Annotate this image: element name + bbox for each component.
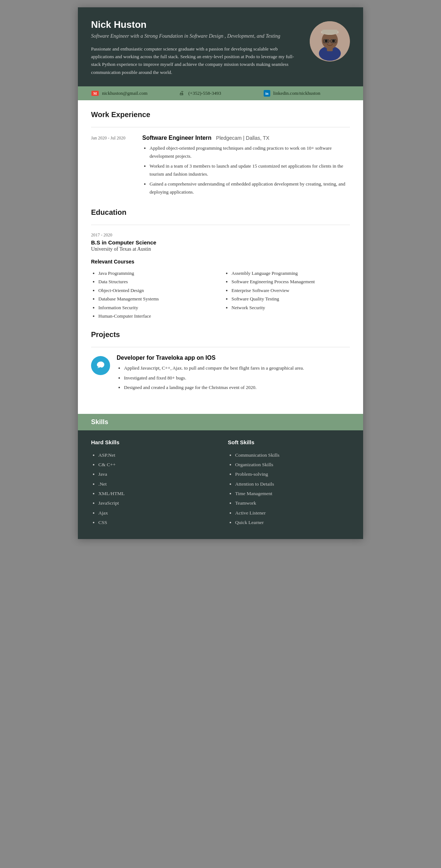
education-section: Education 2017 - 2020 B.S in Computer Sc… [91,208,350,320]
course-item: Data Structures [98,277,217,286]
project-bullet: Investigated and fixed 80+ bugs. [124,374,350,382]
course-item: Human-Computer Interface [98,312,217,320]
exp-bullets-list: Applied object-oriented programming tech… [142,144,350,196]
education-title: Education [91,208,350,218]
skill-item: Ajax [98,508,213,518]
avatar [310,21,350,61]
skill-item: CSS [98,518,213,527]
exp-date: Jan 2020 - Jul 2020 [91,135,135,198]
skill-item: Attention to Details [235,479,350,489]
exp-company: Pledgecam | Dallas, TX [216,135,270,141]
course-item: Software Engineering Process Management [231,277,350,286]
linkedin-icon: in [264,90,270,97]
exp-bullet: Applied object-oriented programming tech… [150,144,350,160]
svg-rect-5 [322,30,338,34]
contact-linkedin: in linkedin.com/nickhuston [264,90,350,97]
skill-item: Organization Skills [235,460,350,469]
skills-header: Skills [78,414,363,430]
projects-section: Projects Developer for Traveloka app on … [91,330,350,393]
hard-skills-col: Hard Skills ASP.Net C& C++ Java .Net XML… [91,439,213,528]
avatar-image [310,21,350,61]
project-bullet: Applied Javascript, C++, Ajax. to pull a… [124,364,350,372]
contact-phone: 🖨 (+352)-558-3493 [177,90,264,96]
work-experience-section: Work Experience Jan 2020 - Jul 2020 Soft… [91,111,350,198]
candidate-name: Nick Huston [91,19,301,30]
skill-item: ASP.Net [98,450,213,460]
skill-item: Time Management [235,489,350,498]
candidate-title: Software Engineer with a Strong Foundati… [91,33,301,40]
skill-item: Communication Skills [235,450,350,460]
main-content: Work Experience Jan 2020 - Jul 2020 Soft… [78,100,363,414]
skill-item: Quick Learner [235,518,350,527]
header-text: Nick Huston Software Engineer with a Str… [91,19,301,76]
svg-point-10 [332,40,335,42]
divider [91,225,350,225]
candidate-summary: Passionate and enthusiastic computer sci… [91,45,301,76]
course-item: Database Management Systems [98,295,217,303]
course-item: Information Security [98,303,217,312]
exp-details: Software Engineer Intern Pledgecam | Dal… [142,135,350,198]
edu-date: 2017 - 2020 [91,232,350,238]
course-item: Enterprise Software Overview [231,286,350,295]
project-bullet: Designed and created a landing page for … [124,384,350,391]
header-section: Nick Huston Software Engineer with a Str… [78,7,363,86]
projects-title: Projects [91,330,350,340]
exp-role: Software Engineer Intern Pledgecam | Dal… [142,135,350,141]
contact-email: nickhuston@gmail.com [91,90,177,96]
experience-row: Jan 2020 - Jul 2020 Software Engineer In… [91,135,350,198]
edu-degree: B.S in Computer Science [91,239,350,246]
courses-right: Assembly Language Programming Software E… [224,269,350,320]
skill-item: C& C++ [98,460,213,469]
skill-item: Teamwork [235,498,350,508]
email-icon [91,90,99,96]
linkedin-text: linkedin.com/nickhuston [273,90,320,96]
divider [91,127,350,127]
course-item: Java Programming [98,269,217,277]
resume-container: Nick Huston Software Engineer with a Str… [78,7,363,539]
skill-item: Java [98,469,213,479]
bird-icon [96,360,105,371]
work-experience-title: Work Experience [91,111,350,120]
project-title: Developer for Traveloka app on IOS [117,355,350,361]
exp-role-text: Software Engineer Intern [142,135,211,141]
phone-text: (+352)-558-3493 [188,90,221,96]
hard-skills-title: Hard Skills [91,439,213,445]
soft-skills-title: Soft Skills [228,439,350,445]
project-bullets: Applied Javascript, C++, Ajax. to pull a… [117,364,350,391]
exp-bullet: Worked in a team of 3 members to launch … [150,162,350,178]
divider [91,347,350,347]
project-details: Developer for Traveloka app on IOS Appli… [117,355,350,393]
project-item: Developer for Traveloka app on IOS Appli… [91,355,350,393]
courses-left: Java Programming Data Structures Object-… [91,269,217,320]
skills-content: Hard Skills ASP.Net C& C++ Java .Net XML… [78,430,363,539]
edu-school: University of Texas at Austin [91,246,350,252]
soft-skills-list: Communication Skills Organization Skills… [228,450,350,528]
email-text: nickhuston@gmail.com [102,90,147,96]
skill-item: XML/HTML [98,489,213,498]
skill-item: Problem-solving [235,469,350,479]
soft-skills-col: Soft Skills Communication Skills Organiz… [228,439,350,528]
skill-item: Active Listener [235,508,350,518]
project-icon [91,356,110,375]
course-item: Object-Oriented Design [98,286,217,295]
course-item: Software Quality Testing [231,295,350,303]
skill-item: JavaScript [98,498,213,508]
course-item: Network Security [231,303,350,312]
phone-icon: 🖨 [177,90,185,96]
svg-point-9 [325,40,328,42]
skills-section-title: Skills [91,418,350,426]
courses-title: Relevant Courses [91,259,350,265]
exp-bullet: Gained a comprehensive understanding of … [150,180,350,196]
course-item: Assembly Language Programming [231,269,350,277]
contact-bar: nickhuston@gmail.com 🖨 (+352)-558-3493 i… [78,86,363,100]
courses-grid: Java Programming Data Structures Object-… [91,269,350,320]
skill-item: .Net [98,479,213,489]
hard-skills-list: ASP.Net C& C++ Java .Net XML/HTML JavaSc… [91,450,213,528]
